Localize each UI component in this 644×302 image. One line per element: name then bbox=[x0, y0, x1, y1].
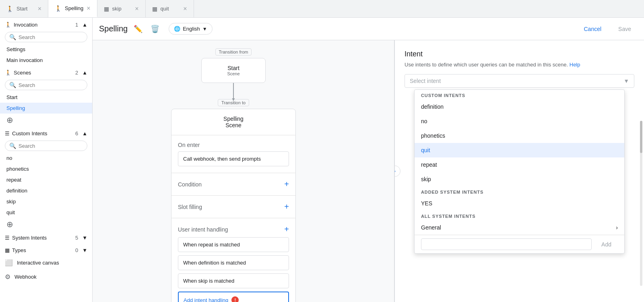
all-system-section-label: ALL SYSTEM INTENTS bbox=[415, 211, 624, 220]
dropdown-item-quit[interactable]: quit bbox=[415, 143, 624, 157]
dropdown-item-definition[interactable]: definition bbox=[415, 99, 624, 114]
search-input-1[interactable] bbox=[19, 34, 83, 40]
scene-canvas[interactable]: Transition from Start Scene Transition t… bbox=[93, 40, 394, 302]
slot-filling-add-icon[interactable]: + bbox=[284, 202, 289, 211]
on-enter-action[interactable]: Call webhook, then send prompts bbox=[178, 151, 289, 166]
invocation-count: 1 bbox=[75, 22, 78, 28]
sidebar-item-quit[interactable]: quit bbox=[0, 207, 92, 218]
scene-connector-1 bbox=[233, 83, 234, 99]
intent-item-skip[interactable]: When skip is matched bbox=[178, 273, 289, 288]
toolbar-title: Spelling bbox=[99, 24, 128, 33]
delete-button[interactable]: 🗑️ bbox=[149, 23, 161, 35]
slot-filling-section: Slot filling + bbox=[171, 196, 295, 218]
slot-filling-label: Slot filling bbox=[178, 204, 202, 210]
tab-spelling-label: Spelling bbox=[65, 5, 83, 11]
invocation-search[interactable]: 🔍 bbox=[5, 32, 87, 42]
add-intent-label: Add intent handling bbox=[184, 297, 228, 302]
tab-spelling-close[interactable]: × bbox=[87, 5, 90, 12]
start-scene-node[interactable]: Start Scene bbox=[201, 58, 266, 83]
sidebar-item-skip[interactable]: skip bbox=[0, 196, 92, 207]
system-intents-count: 5 bbox=[75, 235, 78, 241]
condition-add-icon[interactable]: + bbox=[284, 180, 289, 189]
scenes-icon: 🚶 bbox=[5, 70, 11, 76]
scenes-search[interactable]: 🔍 bbox=[5, 80, 87, 90]
search-icon-3: 🔍 bbox=[9, 143, 16, 149]
start-tab-icon: 🚶 bbox=[6, 6, 13, 12]
custom-intents-icon: ☰ bbox=[5, 130, 10, 137]
search-input-2[interactable] bbox=[19, 82, 83, 88]
dropdown-item-phonetics[interactable]: phonetics bbox=[415, 128, 624, 143]
sidebar-types-header[interactable]: ▦ Types 0 ▼ bbox=[0, 243, 92, 256]
dropdown-item-yes[interactable]: YES bbox=[415, 196, 624, 211]
sidebar-item-main-invocation[interactable]: Main invocation bbox=[0, 55, 92, 66]
sidebar-system-intents-header[interactable]: ☰ System Intents 5 ▼ bbox=[0, 231, 92, 243]
types-icon: ▦ bbox=[5, 247, 10, 253]
on-enter-section: On enter Call webhook, then send prompts bbox=[171, 135, 295, 173]
user-intent-header[interactable]: User intent handling + bbox=[178, 225, 289, 234]
sidebar-item-webhook[interactable]: ⚙ Webhook bbox=[0, 270, 92, 284]
tab-quit[interactable]: ▦ quit × bbox=[146, 0, 194, 17]
search-input-3[interactable] bbox=[19, 143, 83, 149]
help-link[interactable]: Help bbox=[570, 62, 580, 68]
tab-skip-close[interactable]: × bbox=[135, 5, 138, 12]
cancel-button[interactable]: Cancel bbox=[577, 23, 608, 35]
interactive-canvas-label: Interactive canvas bbox=[17, 260, 59, 266]
sidebar-item-interactive-canvas[interactable]: ⬜ Interactive canvas bbox=[0, 256, 92, 270]
sidebar-item-phonetics[interactable]: phonetics bbox=[0, 163, 92, 174]
condition-header[interactable]: Condition + bbox=[178, 180, 289, 189]
slot-filling-header[interactable]: Slot filling + bbox=[178, 202, 289, 211]
sidebar-scenes-header[interactable]: 🚶 Scenes 2 ▲ bbox=[0, 66, 92, 78]
types-count: 0 bbox=[75, 247, 78, 253]
scenes-count: 2 bbox=[75, 70, 78, 76]
language-label: English bbox=[183, 26, 200, 32]
sidebar-item-repeat[interactable]: repeat bbox=[0, 174, 92, 185]
custom-intents-search[interactable]: 🔍 bbox=[5, 141, 87, 151]
custom-intents-section-label: CUSTOM INTENTS bbox=[415, 90, 624, 99]
custom-intents-add-button[interactable]: ⊕ bbox=[0, 218, 92, 231]
tab-skip[interactable]: ▦ skip × bbox=[97, 0, 146, 17]
main-layout: 🚶 Invocation 1 ▲ 🔍 Settings Main invocat… bbox=[0, 18, 644, 302]
select-intent-dropdown[interactable]: Select intent ▼ bbox=[405, 74, 634, 88]
sidebar-invocation-header[interactable]: 🚶 Invocation 1 ▲ bbox=[0, 18, 92, 30]
sidebar-item-no[interactable]: no bbox=[0, 153, 92, 163]
tab-start[interactable]: 🚶 Start × bbox=[0, 0, 48, 17]
add-intent-button[interactable]: Add intent handling ! bbox=[178, 292, 289, 302]
tab-quit-close[interactable]: × bbox=[183, 5, 187, 12]
language-button[interactable]: 🌐 English ▼ bbox=[169, 23, 213, 35]
scrollbar-thumb[interactable] bbox=[640, 121, 642, 153]
dropdown-item-no[interactable]: no bbox=[415, 114, 624, 128]
sidebar: 🚶 Invocation 1 ▲ 🔍 Settings Main invocat… bbox=[0, 18, 93, 302]
add-intent-icon: ⊕ bbox=[6, 219, 13, 229]
on-enter-header[interactable]: On enter bbox=[178, 142, 289, 148]
invocation-icon: 🚶 bbox=[5, 22, 11, 28]
dropdown-item-general[interactable]: General › bbox=[415, 220, 624, 235]
intent-panel-description: Use intents to define which user queries… bbox=[405, 62, 634, 68]
quit-tab-icon: ▦ bbox=[152, 6, 157, 12]
scenes-add-button[interactable]: ⊕ bbox=[0, 114, 92, 126]
sidebar-custom-intents-header[interactable]: ☰ Custom Intents 6 ▲ bbox=[0, 126, 92, 139]
sidebar-item-definition[interactable]: definition bbox=[0, 185, 92, 196]
intent-item-definition[interactable]: When definition is matched bbox=[178, 255, 289, 270]
user-intent-add-icon[interactable]: + bbox=[284, 225, 289, 234]
start-node-title: Start bbox=[211, 65, 256, 71]
tab-start-close[interactable]: × bbox=[38, 5, 41, 12]
save-button[interactable]: Save bbox=[612, 23, 638, 35]
edit-button[interactable]: ✏️ bbox=[132, 23, 144, 35]
spelling-scene-panel: Spelling Scene On enter Call webhook, th… bbox=[171, 109, 296, 302]
right-panel: › Intent Use intents to define which use… bbox=[394, 40, 644, 302]
dropdown-add-button[interactable]: Add bbox=[595, 239, 618, 250]
on-enter-label: On enter bbox=[178, 142, 200, 148]
canvas-scroll: Transition from Start Scene Transition t… bbox=[101, 48, 342, 302]
sidebar-item-spelling[interactable]: Spelling bbox=[0, 103, 92, 114]
user-intent-label: User intent handling bbox=[178, 226, 228, 233]
dropdown-item-skip[interactable]: skip bbox=[415, 172, 624, 186]
dropdown-item-repeat[interactable]: repeat bbox=[415, 157, 624, 172]
intent-item-repeat[interactable]: When repeat is matched bbox=[178, 237, 289, 252]
tab-spelling[interactable]: 🚶 Spelling × bbox=[48, 0, 97, 17]
start-node-subtitle: Scene bbox=[211, 71, 256, 76]
scrollbar-track bbox=[640, 121, 642, 286]
language-chevron-icon: ▼ bbox=[202, 26, 207, 32]
sidebar-item-settings[interactable]: Settings bbox=[0, 44, 92, 55]
dropdown-add-input[interactable] bbox=[421, 238, 592, 250]
sidebar-item-start[interactable]: Start bbox=[0, 92, 92, 103]
